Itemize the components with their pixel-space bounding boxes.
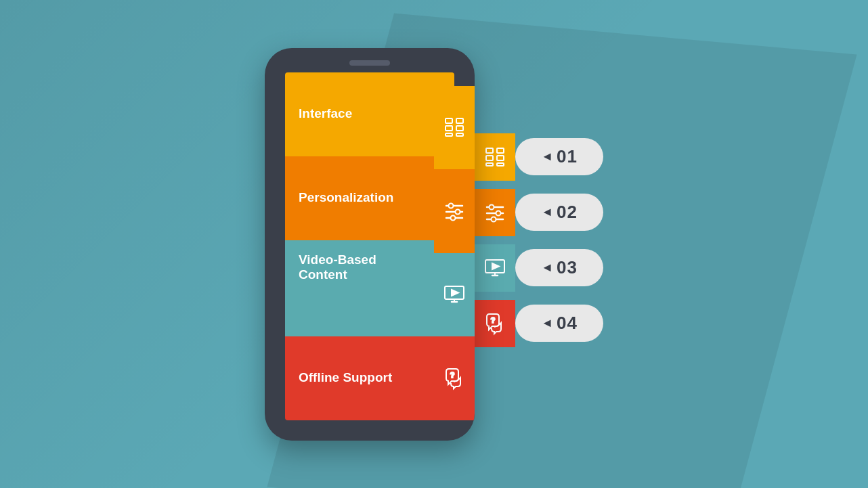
svg-point-28 bbox=[492, 217, 496, 221]
menu-row-interface[interactable]: Interface bbox=[285, 72, 454, 156]
tab-pill-02[interactable]: ◄ 02 bbox=[515, 194, 603, 231]
tab-item-offline[interactable]: ? ◄ 04 bbox=[475, 300, 603, 347]
sliders-icon bbox=[442, 199, 466, 223]
tab-pill-03[interactable]: ◄ 03 bbox=[515, 249, 603, 286]
icon-cell-offline: ? bbox=[434, 336, 475, 420]
menu-row-offline[interactable]: Offline Support bbox=[285, 336, 454, 420]
tab-icon-personalization bbox=[475, 189, 515, 236]
svg-point-26 bbox=[496, 210, 501, 215]
phone-speaker bbox=[349, 60, 390, 66]
svg-rect-2 bbox=[446, 126, 452, 131]
menu-label-offline: Offline Support bbox=[299, 370, 392, 386]
video-icon bbox=[442, 282, 466, 307]
tab-icon-video bbox=[475, 244, 515, 292]
chat-question-icon: ? bbox=[442, 366, 466, 391]
tab-icon-interface bbox=[475, 133, 515, 181]
menu-label-video: Video-BasedContent bbox=[299, 252, 376, 284]
tab-grid-icon bbox=[483, 145, 507, 169]
svg-rect-17 bbox=[486, 148, 493, 153]
menu-row-personalization[interactable]: Personalization bbox=[285, 156, 454, 240]
menu-row-video[interactable]: Video-BasedContent bbox=[285, 240, 454, 336]
tab-item-interface[interactable]: ◄ 01 bbox=[475, 133, 603, 181]
svg-rect-20 bbox=[497, 156, 504, 160]
tab-arrow-01: ◄ bbox=[541, 150, 554, 164]
svg-text:?: ? bbox=[491, 316, 496, 324]
main-scene: Interface Personalization Video-BasedCon… bbox=[265, 48, 603, 441]
svg-point-11 bbox=[451, 215, 456, 220]
tab-arrow-02: ◄ bbox=[541, 205, 554, 219]
tab-item-video[interactable]: ◄ 03 bbox=[475, 244, 603, 292]
tabs-column: ◄ 01 ◄ 02 bbox=[475, 133, 603, 355]
svg-rect-22 bbox=[497, 163, 504, 166]
svg-marker-30 bbox=[492, 263, 499, 269]
svg-rect-3 bbox=[456, 126, 463, 131]
icon-cell-personalization bbox=[434, 169, 475, 253]
tab-arrow-03: ◄ bbox=[541, 261, 554, 275]
tab-video-icon bbox=[483, 256, 507, 280]
tab-pill-01[interactable]: ◄ 01 bbox=[515, 138, 603, 175]
phone-device: Interface Personalization Video-BasedCon… bbox=[265, 48, 475, 441]
tab-item-personalization[interactable]: ◄ 02 bbox=[475, 189, 603, 236]
svg-rect-4 bbox=[446, 133, 452, 136]
svg-rect-0 bbox=[446, 118, 452, 123]
tab-pill-04[interactable]: ◄ 04 bbox=[515, 305, 603, 342]
svg-rect-19 bbox=[486, 156, 493, 160]
tab-arrow-04: ◄ bbox=[541, 316, 554, 330]
svg-point-7 bbox=[449, 203, 454, 208]
svg-rect-5 bbox=[456, 133, 463, 136]
tab-number-01: 01 bbox=[557, 146, 578, 167]
phone-screen: Interface Personalization Video-BasedCon… bbox=[285, 72, 454, 420]
menu-label-interface: Interface bbox=[299, 106, 352, 122]
phone-icon-column: ? bbox=[434, 86, 475, 420]
tab-number-02: 02 bbox=[557, 202, 578, 223]
svg-rect-1 bbox=[456, 118, 463, 123]
svg-point-9 bbox=[456, 209, 460, 214]
grid-icon bbox=[442, 115, 466, 139]
menu-label-personalization: Personalization bbox=[299, 190, 393, 206]
tab-sliders-icon bbox=[483, 200, 507, 225]
svg-marker-13 bbox=[452, 290, 458, 296]
svg-text:?: ? bbox=[450, 371, 455, 379]
icon-cell-interface bbox=[434, 86, 475, 170]
tab-number-04: 04 bbox=[557, 313, 578, 334]
tab-icon-offline: ? bbox=[475, 300, 515, 347]
svg-rect-21 bbox=[486, 163, 493, 166]
icon-cell-video bbox=[434, 253, 475, 337]
tab-chat-question-icon: ? bbox=[483, 311, 507, 336]
svg-point-24 bbox=[490, 204, 494, 209]
svg-rect-18 bbox=[497, 148, 504, 153]
tab-number-03: 03 bbox=[557, 257, 578, 278]
